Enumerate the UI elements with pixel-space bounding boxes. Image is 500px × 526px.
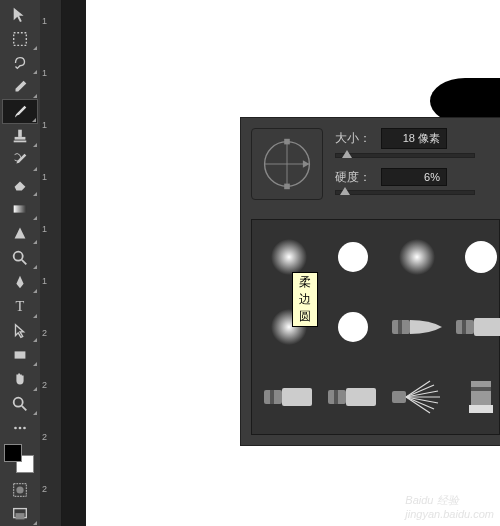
type-tool[interactable]: T: [2, 294, 38, 318]
brush-preset-grid: 柔边圆: [251, 219, 500, 435]
zoom-tool-2[interactable]: [2, 392, 38, 416]
gradient-tool[interactable]: [2, 197, 38, 221]
brush-hard-round-3[interactable]: [324, 298, 382, 356]
svg-line-10: [22, 406, 27, 411]
svg-point-26: [465, 241, 497, 273]
svg-rect-40: [392, 391, 406, 403]
svg-rect-39: [346, 388, 376, 406]
svg-rect-32: [462, 320, 466, 334]
toolbox: T: [0, 0, 40, 526]
brush-chisel-tip[interactable]: [452, 368, 500, 426]
svg-text:T: T: [16, 298, 25, 314]
svg-rect-49: [471, 387, 491, 391]
brush-hard-round-2[interactable]: [452, 228, 500, 286]
eyedropper-tool[interactable]: [2, 75, 38, 99]
hand-tool[interactable]: [2, 367, 38, 391]
stamp-tool[interactable]: [2, 124, 38, 148]
svg-rect-8: [15, 351, 26, 358]
brush-hard-round-1[interactable]: [324, 228, 382, 286]
foreground-color-swatch[interactable]: [4, 444, 22, 462]
svg-point-15: [16, 486, 23, 493]
svg-line-42: [406, 385, 434, 397]
svg-rect-50: [469, 405, 493, 413]
pen-tool[interactable]: [2, 270, 38, 294]
svg-point-12: [19, 427, 22, 430]
history-brush-tool[interactable]: [2, 148, 38, 172]
svg-rect-17: [16, 513, 25, 519]
brush-angle-preview[interactable]: [251, 128, 323, 200]
svg-point-5: [14, 251, 23, 260]
svg-rect-0: [14, 32, 27, 45]
hardness-label: 硬度：: [335, 169, 373, 186]
hardness-value-input[interactable]: 6%: [381, 168, 447, 186]
brush-tooltip: 柔边圆: [292, 272, 318, 327]
hardness-slider[interactable]: [335, 190, 475, 195]
zoom-tool[interactable]: [2, 245, 38, 269]
quick-mask-tool[interactable]: [2, 477, 38, 501]
svg-rect-36: [282, 388, 312, 406]
svg-rect-33: [474, 318, 500, 336]
lasso-tool[interactable]: [2, 51, 38, 75]
brush-tool[interactable]: [2, 99, 38, 123]
svg-line-46: [406, 397, 434, 409]
brush-flat-tip-2[interactable]: [260, 368, 318, 426]
brush-soft-round-2[interactable]: [388, 228, 446, 286]
path-selection-tool[interactable]: [2, 319, 38, 343]
brush-flat-tip[interactable]: [452, 298, 500, 356]
size-value-input[interactable]: 18 像素: [381, 128, 447, 149]
svg-rect-4: [14, 205, 27, 212]
svg-rect-38: [334, 390, 338, 404]
svg-point-24: [338, 242, 368, 272]
svg-point-13: [23, 427, 26, 430]
brush-soft-round-1[interactable]: 柔边圆: [260, 228, 318, 286]
svg-rect-3: [14, 140, 27, 142]
move-tool[interactable]: [2, 2, 38, 26]
marquee-tool[interactable]: [2, 26, 38, 50]
svg-point-9: [14, 397, 23, 406]
brush-preset-panel: 大小： 18 像素 硬度： 6% 柔边圆: [240, 117, 500, 446]
brush-fan-tip[interactable]: [388, 368, 446, 426]
svg-point-23: [271, 239, 307, 275]
svg-rect-1: [18, 130, 22, 137]
svg-point-25: [399, 239, 435, 275]
svg-line-6: [22, 259, 27, 264]
svg-point-28: [338, 312, 368, 342]
size-label: 大小：: [335, 130, 373, 147]
svg-rect-2: [15, 137, 26, 140]
brush-pointed-tip[interactable]: [388, 298, 446, 356]
size-slider[interactable]: [335, 153, 475, 158]
rectangle-tool[interactable]: [2, 343, 38, 367]
svg-point-11: [14, 427, 17, 430]
eraser-tool[interactable]: [2, 172, 38, 196]
svg-rect-22: [284, 184, 290, 190]
ruler-gutter: [62, 0, 86, 526]
svg-rect-48: [471, 381, 491, 405]
brush-flat-tip-3[interactable]: [324, 368, 382, 426]
color-swatches[interactable]: [4, 444, 34, 473]
watermark: Baidu 经验 jingyan.baidu.com: [405, 493, 494, 520]
svg-rect-21: [284, 139, 290, 145]
vertical-ruler: 1 1 1 1 1 1 2 2 2 2: [40, 0, 62, 526]
svg-rect-30: [398, 320, 402, 334]
svg-rect-35: [270, 390, 274, 404]
screen-mode-tool[interactable]: [2, 502, 38, 526]
edit-toolbar-tool[interactable]: [2, 416, 38, 440]
triangle-tool[interactable]: [2, 221, 38, 245]
